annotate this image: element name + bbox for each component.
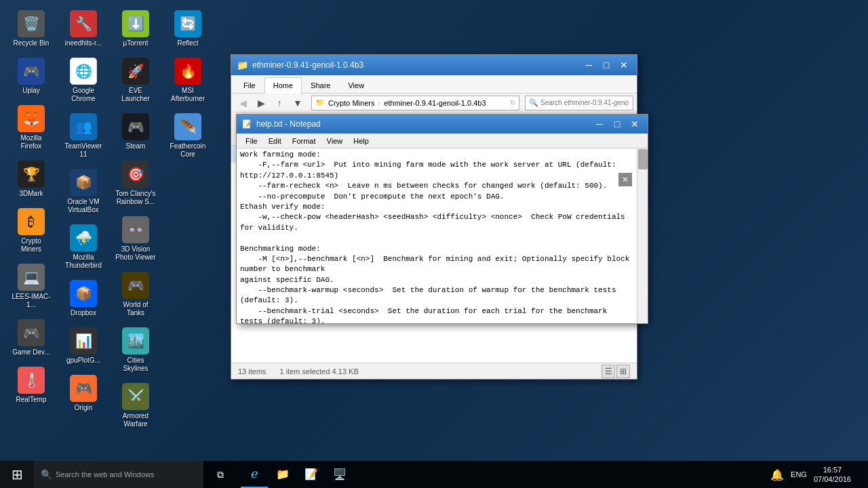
taskbar-clock: 16:57 07/04/2016: [814, 465, 851, 485]
notepad-body: Work farming mode: -F,--farm <url> Put i…: [237, 148, 648, 323]
taskbar-search-input[interactable]: [56, 470, 197, 479]
desktop-icon-virtualbox[interactable]: 📦 Oracle VM VirtualBox: [59, 165, 108, 218]
notepad-minimize-button[interactable]: ─: [592, 117, 607, 131]
edge-icon: ℯ: [251, 466, 258, 481]
desktop-icon-3d-vision[interactable]: 👓 3D Vision Photo Viewer: [111, 213, 160, 265]
desktop-icon-3dmark[interactable]: 🏆 3DMark: [7, 157, 56, 201]
notepad-menu-view[interactable]: View: [321, 136, 349, 146]
notification-close-button[interactable]: ✕: [618, 173, 632, 186]
view-toggle: ☰ ⊞: [601, 365, 630, 378]
notepad-icon: 📝: [242, 119, 252, 129]
maximize-button[interactable]: □: [599, 58, 614, 73]
desktop-icon-utorrent[interactable]: ⬇️ µTorrent: [111, 7, 160, 51]
address-bar[interactable]: 📁 Crypto Miners › ethminer-0.9.41-genoil…: [311, 96, 519, 110]
notepad-taskbar-icon: 📝: [304, 468, 318, 481]
address-path-cryptominers[interactable]: Crypto Miners: [328, 99, 374, 107]
desktop-icon-cities-skylines[interactable]: 🏙️ Cities Skylines: [111, 324, 160, 376]
desktop-icon-thunderbird[interactable]: ⛈️ Mozilla Thunderbird: [59, 221, 108, 273]
scrollbar-thumb[interactable]: [638, 149, 648, 169]
desktop-icon-reflect[interactable]: 🔄 Reflect: [163, 7, 212, 51]
notepad-title: help.txt - Notepad: [256, 119, 592, 129]
details-view-button[interactable]: ☰: [601, 365, 615, 378]
ribbon-tab-home[interactable]: Home: [264, 77, 302, 94]
up-button[interactable]: ↑: [271, 95, 288, 111]
explorer-icon: 📁: [276, 468, 290, 481]
desktop-icon-msi-afterburner[interactable]: 🔥 MSI Afterburner: [163, 54, 212, 106]
start-button[interactable]: ⊞: [0, 461, 34, 488]
desktop-icon-game-dev[interactable]: 🎮 Game Dev...: [7, 316, 56, 360]
titlebar-controls: ─ □ ✕: [581, 58, 631, 73]
notepad-window: 📝 help.txt - Notepad ─ □ ✕ File Edit For…: [236, 114, 648, 324]
address-path-part1: 📁: [315, 98, 325, 107]
item-count: 13 items: [238, 367, 267, 375]
desktop-icon-firefox[interactable]: 🦊 Mozilla Firefox: [7, 102, 56, 154]
desktop-icon-feathercoin[interactable]: 🪶 Feathercoin Core: [163, 110, 212, 162]
notepad-close-button[interactable]: ✕: [627, 117, 642, 131]
desktop-icon-armored-warfare[interactable]: ⚔️ Armored Warfare: [111, 380, 160, 432]
back-button[interactable]: ◀: [235, 95, 251, 111]
refresh-icon[interactable]: ↻: [510, 99, 515, 106]
desktop-icon-gpuplot[interactable]: 📊 gpuPlotG...: [59, 324, 108, 368]
desktop-icon-teamviewer[interactable]: 👥 TeamViewer 11: [59, 110, 108, 162]
forward-button[interactable]: ▶: [253, 95, 269, 111]
notepad-menu-format[interactable]: Format: [287, 136, 321, 146]
search-box[interactable]: 🔍: [525, 96, 633, 110]
notepad-scrollbar[interactable]: [637, 148, 648, 323]
taskbar-app-edge[interactable]: ℯ: [241, 461, 268, 488]
notepad-text-area[interactable]: Work farming mode: -F,--farm <url> Put i…: [237, 148, 637, 323]
taskbar-app-notepad[interactable]: 📝: [298, 461, 325, 488]
taskbar-search-bar[interactable]: 🔍: [34, 461, 203, 488]
taskbar-apps: ℯ 📁 📝 🖥️: [237, 461, 357, 488]
minimize-button[interactable]: ─: [581, 58, 596, 73]
desktop-icon-dropbox[interactable]: 📦 Dropbox: [59, 277, 108, 321]
notifications-icon[interactable]: 🔔: [770, 468, 784, 481]
desktop-icon-recycle-bin[interactable]: 🗑️ Recycle Bin: [7, 7, 56, 51]
notepad-menu-help[interactable]: Help: [348, 136, 374, 146]
taskbar-app-explorer[interactable]: 📁: [269, 461, 296, 488]
tiles-view-button[interactable]: ⊞: [616, 365, 630, 378]
status-bar: 13 items 1 item selected 4.13 KB ☰ ⊞: [231, 363, 637, 379]
language-indicator: ENG: [791, 470, 807, 479]
desktop-icon-eve-launcher[interactable]: 🚀 EVE Launcher: [111, 54, 160, 106]
desktop: 🗑️ Recycle Bin 🎮 Uplay 🦊 Mozilla Firefox…: [0, 0, 868, 488]
notepad-menu-file[interactable]: File: [240, 136, 263, 146]
desktop-icon-chrome[interactable]: 🌐 Google Chrome: [59, 54, 108, 106]
notepad-controls: ─ □ ✕: [592, 117, 642, 131]
ribbon-tab-file[interactable]: File: [235, 77, 264, 93]
desktop-icon-ineedhits[interactable]: 🔧 ineedhits-r...: [59, 7, 108, 51]
clock-date: 07/04/2016: [814, 474, 851, 484]
desktop-icon-world-of-tanks[interactable]: 🎮 World of Tanks: [111, 268, 160, 321]
notepad-menu-edit[interactable]: Edit: [263, 136, 287, 146]
desktop-icon-crypto-miners[interactable]: ₿ Crypto Miners: [7, 205, 56, 257]
search-icon: 🔍: [529, 98, 538, 107]
address-separator: ›: [378, 99, 380, 107]
desktop-icon-realtemp[interactable]: 🌡️ RealTemp: [7, 363, 56, 407]
desktop-icon-steam[interactable]: 🎮 Steam: [111, 110, 160, 154]
windows-logo-icon: ⊞: [12, 466, 23, 483]
folder-icon: 📁: [237, 60, 248, 70]
recent-button[interactable]: ▼: [290, 95, 306, 111]
ribbon: File Home Share View: [231, 75, 637, 94]
desktop-icon-origin[interactable]: 🎮 Origin: [59, 371, 108, 415]
desktop-icon-uplay[interactable]: 🎮 Uplay: [7, 54, 56, 98]
search-input[interactable]: [540, 99, 629, 106]
taskbar-app-unknown[interactable]: 🖥️: [326, 461, 353, 488]
notepad-maximize-button[interactable]: □: [610, 117, 625, 131]
desktop-icon-lees-imac[interactable]: 💻 LEES-IMAC-1...: [7, 260, 56, 312]
task-view-button[interactable]: ⧉: [207, 461, 234, 488]
address-path-ethminer[interactable]: ethminer-0.9.41-genoil-1.0.4b3: [384, 99, 486, 107]
app-icon: 🖥️: [333, 468, 347, 481]
notepad-titlebar: 📝 help.txt - Notepad ─ □ ✕: [237, 115, 648, 134]
taskbar-view-buttons: ⧉: [203, 461, 237, 488]
ribbon-tab-share[interactable]: Share: [302, 77, 339, 93]
file-explorer-title: ethminer-0.9.41-genoil-1.0.4b3: [252, 60, 581, 70]
navigation-toolbar: ◀ ▶ ↑ ▼ 📁 Crypto Miners › ethminer-0.9.4…: [231, 94, 637, 113]
close-button[interactable]: ✕: [616, 58, 631, 73]
ribbon-tab-view[interactable]: View: [339, 77, 373, 93]
taskbar-search-icon: 🔍: [41, 469, 52, 480]
clock-time: 16:57: [814, 465, 851, 474]
file-explorer-titlebar: 📁 ethminer-0.9.41-genoil-1.0.4b3 ─ □ ✕: [231, 55, 637, 75]
desktop-icon-tom-clancys[interactable]: 🎯 Tom Clancy's Rainbow S...: [111, 157, 160, 209]
taskbar-right: 🔔 ENG 16:57 07/04/2016: [764, 465, 868, 485]
ribbon-tabs: File Home Share View: [231, 75, 637, 93]
